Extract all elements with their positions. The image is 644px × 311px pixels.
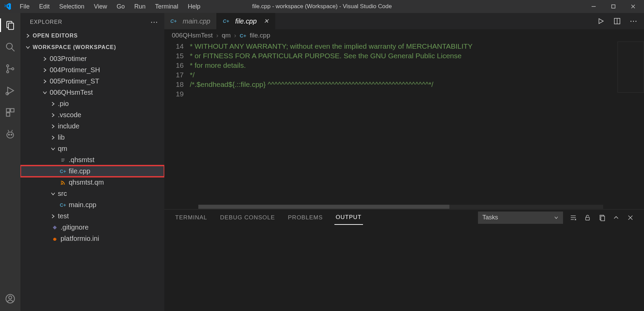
menu-go[interactable]: Go: [113, 1, 129, 12]
folder-label: qm: [58, 145, 67, 153]
accounts-icon[interactable]: [5, 293, 16, 304]
maximize-button[interactable]: [609, 2, 618, 11]
chevron-icon: [50, 112, 56, 118]
folder-003Protimer[interactable]: 003Protimer: [20, 53, 164, 64]
platformio-icon[interactable]: [5, 129, 16, 140]
code-editor[interactable]: 141516171819 * WITHOUT ANY WARRANTY; wit…: [164, 42, 644, 209]
activitybar: [0, 13, 20, 311]
split-editor-icon[interactable]: [613, 17, 622, 26]
close-button[interactable]: [628, 2, 638, 11]
explorer-sidebar: EXPLORER ⋯ OPEN EDITORS WORKSPACE (WORKS…: [20, 13, 164, 311]
file-.gitignore[interactable]: .gitignore: [20, 222, 164, 233]
menu-terminal[interactable]: Terminal: [151, 1, 182, 12]
cpp-file-icon: C+: [223, 18, 229, 24]
close-tab-icon[interactable]: ✕: [264, 17, 269, 25]
minimap[interactable]: [617, 42, 644, 93]
panel-tab-terminal[interactable]: TERMINAL: [174, 211, 209, 224]
window-title: file.cpp - workspace (Workspace) - Visua…: [252, 3, 392, 10]
code-content[interactable]: * WITHOUT ANY WARRANTY; without even the…: [190, 42, 644, 209]
svg-rect-14: [11, 109, 14, 112]
minimize-button[interactable]: [589, 2, 598, 11]
panel-tabs: TERMINALDEBUG CONSOLEPROBLEMSOUTPUT Task…: [164, 209, 644, 226]
tab-main.cpp[interactable]: C+main.cpp: [164, 13, 217, 29]
chevron-icon: [50, 101, 56, 107]
cpp-file-icon: C+: [170, 18, 177, 24]
lock-scroll-icon[interactable]: [583, 214, 592, 222]
svg-point-17: [8, 134, 10, 136]
more-icon[interactable]: ⋯: [150, 18, 158, 27]
folder-qm[interactable]: qm: [20, 143, 164, 154]
run-debug-icon[interactable]: [5, 85, 16, 96]
cpp-file-icon: C+: [60, 168, 66, 174]
explorer-icon[interactable]: [5, 20, 16, 31]
folder-006QHsmTest[interactable]: 006QHsmTest: [20, 87, 164, 98]
workspace-section[interactable]: WORKSPACE (WORKSPACE): [20, 42, 164, 53]
chevron-icon: [42, 90, 48, 95]
explorer-title: EXPLORER: [30, 19, 62, 25]
folder-lib[interactable]: lib: [20, 132, 164, 143]
run-icon[interactable]: [596, 17, 605, 26]
svg-point-16: [7, 132, 14, 138]
folder-.pio[interactable]: .pio: [20, 98, 164, 109]
source-control-icon[interactable]: [5, 63, 16, 74]
file-.qhsmtst[interactable]: .qhsmtst: [20, 154, 164, 166]
panel-tab-problems[interactable]: PROBLEMS: [286, 211, 324, 224]
output-channel-select[interactable]: Tasks: [478, 212, 563, 224]
file-label: .qhsmtst: [69, 156, 95, 164]
svg-marker-30: [599, 19, 604, 24]
file-platformio.ini[interactable]: platformio.ini: [20, 233, 164, 244]
close-panel-icon[interactable]: [626, 214, 634, 222]
svg-point-28: [54, 238, 54, 239]
file-qhsmtst.qm[interactable]: qhsmtst.qm: [20, 177, 164, 188]
output-body[interactable]: [164, 226, 644, 311]
open-log-icon[interactable]: [598, 214, 606, 222]
folder-label: .vscode: [58, 111, 81, 119]
folder-004Protimer_SH[interactable]: 004Protimer_SH: [20, 64, 164, 76]
git-file-icon: [52, 224, 58, 231]
panel-tab-debug-console[interactable]: DEBUG CONSOLE: [219, 211, 276, 224]
folder-.vscode[interactable]: .vscode: [20, 109, 164, 121]
more-actions-icon[interactable]: ⋯: [629, 17, 638, 26]
chevron-icon: [50, 214, 56, 219]
vscode-logo-icon: [3, 2, 12, 11]
breadcrumb-item[interactable]: 006QHsmTest: [172, 32, 213, 39]
svg-rect-5: [9, 23, 14, 30]
folder-005Protimer_ST[interactable]: 005Protimer_ST: [20, 76, 164, 87]
svg-rect-15: [6, 113, 10, 116]
open-editors-section[interactable]: OPEN EDITORS: [20, 30, 164, 42]
folder-include[interactable]: include: [20, 121, 164, 132]
chevron-icon: [42, 67, 48, 73]
maximize-panel-icon[interactable]: [612, 214, 620, 222]
folder-src[interactable]: src: [20, 188, 164, 199]
menubar: File Edit Selection View Go Run Terminal…: [16, 1, 204, 12]
menu-edit[interactable]: Edit: [35, 1, 54, 12]
editor-tabs: C+main.cppC+file.cpp✕ ⋯: [164, 13, 644, 29]
folder-label: test: [58, 212, 69, 220]
breadcrumb-item[interactable]: qm: [222, 32, 231, 39]
file-label: platformio.ini: [61, 235, 99, 243]
breadcrumb-item[interactable]: file.cpp: [250, 32, 270, 39]
folder-test[interactable]: test: [20, 211, 164, 222]
chevron-icon: [50, 146, 56, 152]
rss-file-icon: [60, 180, 66, 186]
pio-file-icon: [52, 236, 58, 242]
menu-selection[interactable]: Selection: [55, 1, 88, 12]
menu-run[interactable]: Run: [130, 1, 150, 12]
horizontal-scrollbar[interactable]: [198, 205, 603, 209]
chevron-icon: [42, 79, 48, 84]
file-file.cpp[interactable]: C+file.cpp: [20, 166, 164, 177]
file-main.cpp[interactable]: C+main.cpp: [20, 199, 164, 211]
panel-tab-output[interactable]: OUTPUT: [334, 211, 363, 225]
file-tree: 003Protimer004Protimer_SH005Protimer_ST0…: [20, 53, 164, 311]
svg-point-27: [53, 238, 56, 240]
breadcrumb[interactable]: 006QHsmTest › qm › C+ file.cpp: [164, 29, 644, 42]
scrollbar-thumb[interactable]: [198, 205, 449, 209]
search-icon[interactable]: [5, 42, 16, 52]
menu-file[interactable]: File: [16, 1, 34, 12]
tab-file.cpp[interactable]: C+file.cpp✕: [217, 13, 275, 29]
line-numbers: 141516171819: [164, 42, 190, 209]
menu-help[interactable]: Help: [184, 1, 204, 12]
clear-output-icon[interactable]: [569, 214, 577, 222]
extensions-icon[interactable]: [5, 107, 16, 118]
menu-view[interactable]: View: [90, 1, 111, 12]
